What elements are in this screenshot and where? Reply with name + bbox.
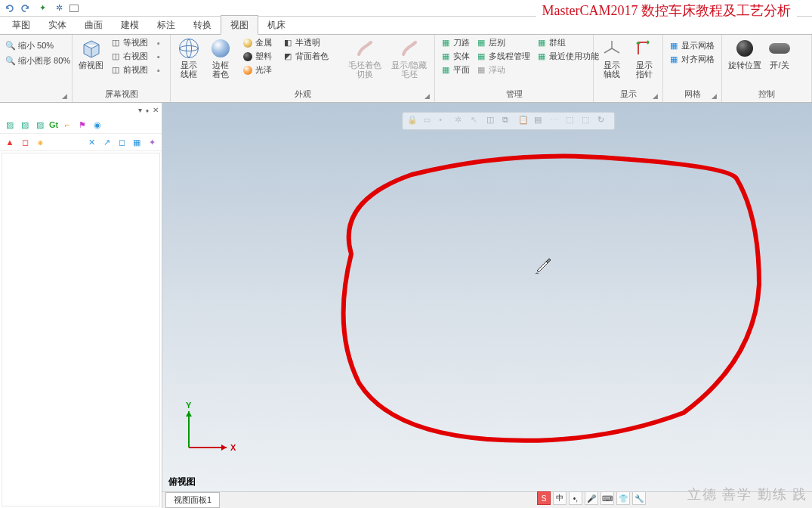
paste-icon[interactable]: 📋 [518, 115, 530, 127]
solid-button[interactable]: ▦实体 [438, 50, 472, 63]
link-icon[interactable]: ✦ [36, 2, 48, 14]
angle-icon[interactable]: ⌐ [61, 119, 73, 131]
refresh-icon[interactable]: ↻ [597, 115, 610, 127]
layer-button[interactable]: ▦层别 [474, 36, 533, 49]
launcher-icon[interactable]: ◢ [653, 92, 658, 100]
more-icon[interactable]: ⋯ [550, 115, 562, 127]
lock-icon[interactable]: 🔒 [407, 115, 419, 127]
tab-surface[interactable]: 曲面 [76, 16, 112, 34]
top-view-button[interactable]: 俯视图 [76, 36, 107, 71]
cube-icon [81, 38, 102, 59]
x-icon[interactable]: ✕ [85, 136, 97, 148]
iso-view-button[interactable]: ◫等视图▪ [108, 36, 166, 49]
panel-icon[interactable] [69, 5, 79, 12]
tab-model[interactable]: 建模 [112, 16, 148, 34]
backface-color-button[interactable]: ◩背面着色 [280, 50, 331, 63]
side-panel-tree[interactable] [2, 153, 160, 506]
tab-view[interactable]: 视图 [221, 15, 258, 35]
tool1-icon[interactable]: ⬚ [566, 115, 578, 127]
gear-icon[interactable]: ✲ [455, 115, 467, 127]
flag-icon[interactable]: ⚑ [76, 119, 88, 131]
box-icon[interactable]: ◻ [116, 136, 128, 148]
ime-s-button[interactable]: S [537, 491, 551, 505]
layers-icon[interactable]: ▤ [534, 115, 546, 127]
material-plastic-button[interactable]: 塑料 [240, 50, 274, 63]
rotate-position-button[interactable]: 旋转位置 [725, 36, 764, 71]
brush-icon [399, 38, 420, 59]
snap-grid-button[interactable]: ▦对齐网格 [666, 53, 717, 66]
gt-button[interactable]: Gt [49, 119, 58, 131]
layer1-icon[interactable]: ▨ [4, 119, 16, 131]
undo-icon[interactable] [3, 2, 15, 14]
select-icon[interactable]: ◫ [486, 115, 499, 127]
tool2-icon[interactable]: ⬚ [582, 115, 594, 127]
tri-icon[interactable]: ▲ [4, 136, 16, 148]
material-metal-button[interactable]: 金属 [240, 36, 274, 49]
help-icon[interactable]: ◉ [91, 119, 103, 131]
dot-icon[interactable]: • [439, 115, 451, 127]
layer2-icon[interactable]: ▨ [19, 119, 31, 131]
zoom-out-50-button[interactable]: 🔍缩小 50% [3, 39, 73, 52]
shrink-shape-80-button[interactable]: 🔍缩小图形 80% [3, 54, 73, 67]
cursor-icon[interactable]: ↖ [471, 115, 483, 127]
grid-small-icon[interactable]: ▦ [131, 136, 143, 148]
title-banner: MasterCAM2017 数控车床教程及工艺分析 [536, 0, 798, 21]
axis-gnomon: X Y [178, 402, 238, 463]
ime-lang-button[interactable]: 中 [553, 491, 567, 505]
work-area: ▾ ⬧ ✕ ▨ ▨ ▨ Gt ⌐ ⚑ ◉ ▲ ◻ ⎈ ✕ ↗ ◻ ▦ ✦ � [0, 103, 812, 508]
group-label-zoom: ◢ [3, 99, 69, 101]
tab-sketch[interactable]: 草图 [3, 16, 39, 34]
tab-transform[interactable]: 转换 [184, 16, 221, 34]
redo-icon[interactable] [20, 2, 32, 14]
layer3-icon[interactable]: ▨ [34, 119, 46, 131]
tab-machine[interactable]: 机床 [258, 16, 295, 34]
show-pointer-button[interactable]: 显示指针 [629, 36, 660, 80]
front-view-button[interactable]: ◫前视图▪ [108, 64, 166, 76]
close-icon[interactable]: ✕ [153, 106, 159, 114]
view-tab-1[interactable]: 视图面板1 [165, 492, 220, 508]
ime-tool-icon[interactable]: 🔧 [632, 491, 646, 505]
tool-icon: ▪ [153, 65, 164, 76]
on-off-button[interactable]: 开/关 [766, 36, 793, 71]
dropdown-icon[interactable]: ▾ [138, 106, 142, 114]
ime-punct-button[interactable]: •, [569, 491, 582, 505]
pen-cursor-icon [533, 254, 554, 275]
viewport[interactable]: 🔒 ▭ • ✲ ↖ ◫ ⧉ 📋 ▤ ⋯ ⬚ ⬚ ↻ [162, 103, 812, 508]
tab-annotate[interactable]: 标注 [148, 16, 184, 34]
pin-icon[interactable]: ⬧ [145, 106, 150, 114]
ime-keyboard-icon[interactable]: ⌨ [601, 491, 614, 505]
plane-button[interactable]: ▦平面 [438, 64, 472, 76]
group-button[interactable]: ▦群组 [534, 36, 601, 49]
show-grid-button[interactable]: ▦显示网格 [666, 39, 717, 52]
material-gloss-button[interactable]: 光泽 [240, 64, 274, 76]
star-icon[interactable]: ✦ [146, 136, 158, 148]
semitransparent-button[interactable]: ◧半透明 [280, 36, 331, 49]
switch-icon [769, 38, 790, 59]
right-view-button[interactable]: ◫右视图▪ [108, 50, 166, 63]
curve-icon[interactable]: ⎈ [34, 136, 46, 148]
wireframe-button[interactable]: 显示线框 [174, 36, 204, 80]
arrow-icon[interactable]: ↗ [100, 136, 113, 148]
toolpath-button[interactable]: ▦刀路 [438, 36, 472, 49]
ime-mic-icon[interactable]: 🎤 [585, 491, 598, 505]
edge-color-button[interactable]: 边框着色 [205, 36, 236, 80]
wireframe-icon [178, 38, 199, 59]
show-hide-blank-button[interactable]: 显示/隐藏毛坯 [387, 36, 431, 80]
shrink-icon: 🔍 [5, 56, 16, 67]
show-axes-button[interactable]: 显示轴线 [597, 36, 628, 80]
side-panel-header: ▾ ⬧ ✕ [0, 103, 162, 116]
launcher-icon[interactable]: ◢ [712, 92, 717, 100]
recent-button[interactable]: ▦最近使用功能 [534, 50, 601, 63]
rect-icon[interactable]: ◻ [19, 136, 31, 148]
float-button[interactable]: ▦浮动 [474, 64, 533, 76]
settings-icon[interactable]: ✲ [53, 2, 65, 14]
tab-solid[interactable]: 实体 [39, 16, 76, 34]
ime-skin-icon[interactable]: 👕 [616, 491, 630, 505]
launcher-icon[interactable]: ◢ [425, 92, 430, 100]
grid-snap-icon: ▦ [668, 54, 679, 65]
launcher-icon[interactable]: ◢ [62, 92, 67, 100]
tag-icon[interactable]: ▭ [423, 115, 435, 127]
blank-color-toggle-button[interactable]: 毛坯着色切换 [344, 36, 386, 80]
copy-icon[interactable]: ⧉ [502, 115, 514, 127]
multithread-button[interactable]: ▦多线程管理 [474, 50, 533, 63]
